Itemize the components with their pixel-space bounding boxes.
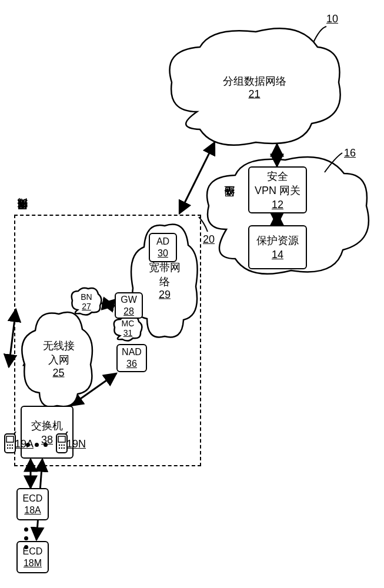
packet-data-cloud: 分组数据网络 21 (165, 24, 344, 150)
svg-point-17 (9, 447, 11, 449)
ad-box: AD 30 (149, 233, 177, 262)
svg-rect-20 (58, 436, 65, 442)
svg-point-22 (59, 445, 60, 446)
phone-n-label: 19N (66, 437, 86, 450)
phone-ellipsis (26, 443, 48, 447)
sp-id-label: 20 (203, 232, 215, 246)
svg-point-16 (7, 447, 8, 449)
gw-box: GW 28 (115, 292, 143, 319)
ecd-m-box: ECD 18M (16, 541, 49, 573)
svg-point-24 (64, 445, 65, 446)
access-cloud: 无线接入网 25 (19, 306, 98, 412)
svg-point-18 (12, 447, 13, 449)
svg-point-27 (64, 447, 65, 449)
svg-point-25 (59, 447, 60, 449)
ecd-a-box: ECD 18A (16, 488, 49, 520)
protected-resource-box: 保护资源 14 (248, 225, 307, 269)
vpn-gateway-box: 安全 VPN 网关 12 (248, 166, 307, 213)
svg-point-14 (9, 445, 11, 446)
nad-box: NAD 36 (116, 344, 147, 372)
ecd-ellipsis (24, 527, 28, 549)
enterprise-id-label: 16 (344, 146, 356, 159)
svg-rect-11 (6, 436, 14, 442)
svg-point-15 (12, 445, 13, 446)
svg-point-26 (61, 447, 62, 449)
svg-line-12 (14, 432, 16, 434)
svg-point-13 (7, 445, 8, 446)
svg-line-21 (66, 432, 68, 434)
svg-point-23 (61, 445, 62, 446)
